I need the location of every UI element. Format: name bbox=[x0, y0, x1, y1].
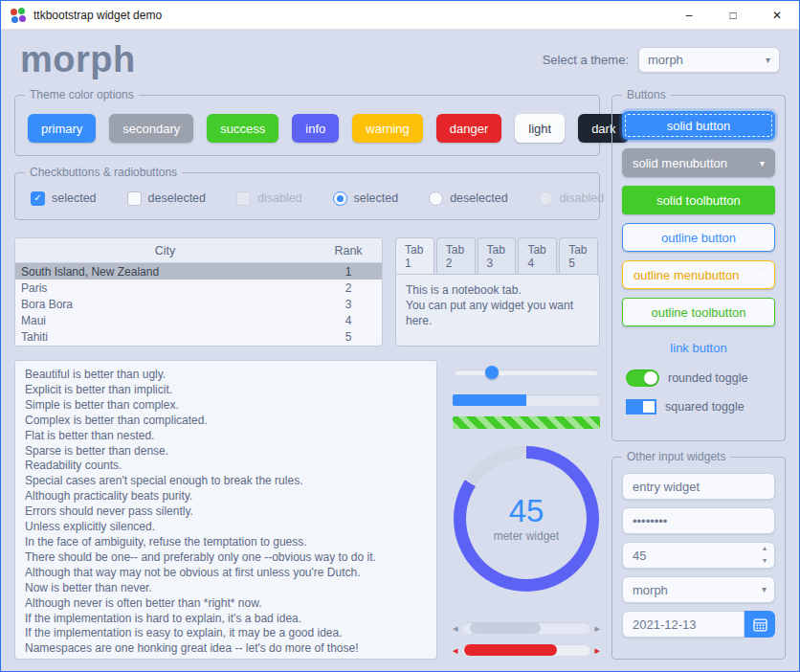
cell-rank: 1 bbox=[315, 265, 382, 279]
main-content: morph Select a theme: morph ▾ Theme colo… bbox=[1, 30, 799, 671]
frame-title-buttons: Buttons bbox=[622, 88, 671, 101]
checkbox-deselected[interactable]: deselected bbox=[127, 191, 206, 206]
outline-menubutton[interactable]: outline menubutton ▾ bbox=[622, 260, 775, 289]
success-button[interactable]: success bbox=[207, 114, 278, 143]
table-header: City Rank bbox=[15, 238, 382, 263]
danger-button[interactable]: danger bbox=[436, 114, 501, 143]
text-line: In the face of ambiguity, refuse the tem… bbox=[25, 535, 427, 550]
tab-2[interactable]: Tab 2 bbox=[436, 237, 476, 275]
close-button[interactable]: ✕ bbox=[755, 1, 799, 29]
date-picker-button[interactable] bbox=[744, 611, 775, 638]
checkbox-selected[interactable]: ✓ selected bbox=[31, 191, 97, 206]
notebook-panel: This is a notebook tab. You can put any … bbox=[395, 274, 600, 347]
scale-slider[interactable] bbox=[455, 366, 598, 379]
squared-toggle-row: squared toggle bbox=[626, 399, 775, 414]
header-cell-rank[interactable]: Rank bbox=[315, 244, 382, 258]
scroll-right-arrow-icon[interactable]: ▸ bbox=[594, 623, 600, 634]
solid-menubutton-label: solid menubutton bbox=[633, 156, 727, 170]
solid-toolbutton[interactable]: solid toolbutton bbox=[622, 186, 775, 214]
frame-title-theme-colors: Theme color options bbox=[25, 88, 139, 101]
squared-toggle[interactable] bbox=[626, 399, 656, 414]
text-line: Simple is better than complex. bbox=[25, 398, 427, 414]
table-row[interactable]: South Island, New Zealand 1 bbox=[15, 263, 382, 280]
scrollbar-track[interactable] bbox=[462, 622, 591, 634]
link-button[interactable]: link button bbox=[622, 340, 775, 356]
theme-color-options-frame: Theme color options primary secondary su… bbox=[14, 95, 600, 156]
solid-button[interactable]: solid button bbox=[622, 111, 775, 140]
text-line: If the implementation is hard to explain… bbox=[25, 612, 427, 627]
cell-city: Maui bbox=[15, 314, 315, 327]
radio-disabled-icon bbox=[539, 191, 553, 206]
outline-menubutton-label: outline menubutton bbox=[633, 268, 740, 282]
cell-city: Bora Bora bbox=[15, 298, 315, 311]
theme-select-label: Select a theme: bbox=[543, 53, 629, 67]
danger-scrollbar: ◂ ▸ bbox=[453, 644, 600, 656]
buttons-frame: Buttons solid button solid menubutton ▾ … bbox=[611, 95, 786, 441]
tab-4[interactable]: Tab 4 bbox=[518, 237, 557, 275]
entry-input[interactable] bbox=[622, 473, 775, 500]
progressbar-striped-fill bbox=[453, 416, 600, 429]
outline-toolbutton[interactable]: outline toolbutton bbox=[622, 298, 775, 326]
secondary-button[interactable]: secondary bbox=[109, 114, 193, 143]
spinbox-input[interactable] bbox=[622, 542, 775, 569]
tab-1[interactable]: Tab 1 bbox=[395, 237, 434, 275]
danger-scrollbar-track[interactable] bbox=[462, 644, 591, 656]
text-meter-row: Beautiful is better than ugly. Explicit … bbox=[14, 360, 600, 660]
combobox-input[interactable] bbox=[622, 576, 775, 603]
horizontal-scrollbar: ◂ ▸ bbox=[453, 622, 600, 634]
meter-label: meter widget bbox=[494, 529, 560, 543]
notebook-text-line: You can put any widget you want here. bbox=[406, 298, 589, 328]
text-line: Now is better than never. bbox=[25, 581, 427, 596]
table-row[interactable]: Maui 4 bbox=[15, 312, 382, 328]
progressbar-solid-fill bbox=[453, 394, 526, 406]
rounded-toggle[interactable] bbox=[626, 370, 659, 387]
scale-handle[interactable] bbox=[485, 366, 499, 379]
warning-button[interactable]: warning bbox=[352, 114, 423, 143]
table-row[interactable]: Tahiti 5 bbox=[15, 328, 382, 345]
password-input[interactable] bbox=[622, 507, 775, 534]
danger-scroll-left-arrow-icon[interactable]: ◂ bbox=[453, 645, 458, 656]
spinbox-wrap: ▴ ▾ bbox=[622, 542, 775, 569]
header-cell-city[interactable]: City bbox=[15, 244, 315, 258]
spinbox-down-icon[interactable]: ▾ bbox=[763, 557, 767, 565]
cell-rank: 4 bbox=[315, 314, 382, 327]
app-window: ttkbootstrap widget demo – □ ✕ morph Sel… bbox=[0, 0, 800, 672]
primary-button[interactable]: primary bbox=[28, 114, 96, 143]
scale-track[interactable] bbox=[455, 370, 598, 375]
minimize-button[interactable]: – bbox=[667, 1, 711, 29]
combobox-wrap: ▾ bbox=[622, 576, 775, 603]
table-row[interactable]: Bora Bora 3 bbox=[15, 296, 382, 312]
solid-menubutton[interactable]: solid menubutton ▾ bbox=[622, 148, 775, 177]
radio-deselected[interactable]: deselected bbox=[429, 191, 507, 206]
theme-combobox[interactable]: morph ▾ bbox=[638, 47, 780, 73]
info-button[interactable]: info bbox=[292, 114, 339, 143]
spinbox-up-icon[interactable]: ▴ bbox=[763, 545, 767, 552]
theme-selector: Select a theme: morph ▾ bbox=[543, 47, 780, 73]
light-button[interactable]: light bbox=[515, 114, 565, 143]
tab-5[interactable]: Tab 5 bbox=[559, 237, 598, 275]
radio-selected-icon bbox=[333, 191, 347, 206]
text-line: There should be one-- and preferably onl… bbox=[25, 550, 427, 566]
scrollbar-thumb[interactable] bbox=[470, 622, 541, 634]
meter-widget[interactable]: 45 meter widget bbox=[454, 446, 599, 592]
table-row[interactable]: Paris 2 bbox=[15, 280, 382, 296]
danger-scrollbar-thumb[interactable] bbox=[464, 644, 557, 656]
outline-button[interactable]: outline button bbox=[622, 223, 775, 252]
squared-toggle-label: squared toggle bbox=[665, 400, 744, 414]
danger-scroll-right-arrow-icon[interactable]: ▸ bbox=[594, 645, 600, 656]
frame-title-checks: Checkbuttons & radiobuttons bbox=[25, 166, 182, 179]
text-line: Errors should never pass silently. bbox=[25, 504, 427, 520]
app-icon bbox=[11, 8, 26, 23]
scroll-left-arrow-icon[interactable]: ◂ bbox=[453, 623, 458, 634]
radio-selected[interactable]: selected bbox=[333, 191, 399, 206]
maximize-button[interactable]: □ bbox=[711, 1, 755, 29]
text-line: Although that way may not be obvious at … bbox=[25, 566, 427, 581]
chevron-down-icon[interactable]: ▾ bbox=[762, 584, 767, 594]
zen-text-widget[interactable]: Beautiful is better than ugly. Explicit … bbox=[14, 360, 437, 660]
checkbox-disabled: disabled bbox=[236, 191, 302, 206]
radio-disabled: disabled bbox=[539, 191, 605, 206]
page-title: morph bbox=[20, 41, 136, 78]
text-line: Namespaces are one honking great idea --… bbox=[25, 641, 427, 657]
tab-3[interactable]: Tab 3 bbox=[478, 237, 517, 275]
date-input[interactable] bbox=[622, 611, 744, 638]
